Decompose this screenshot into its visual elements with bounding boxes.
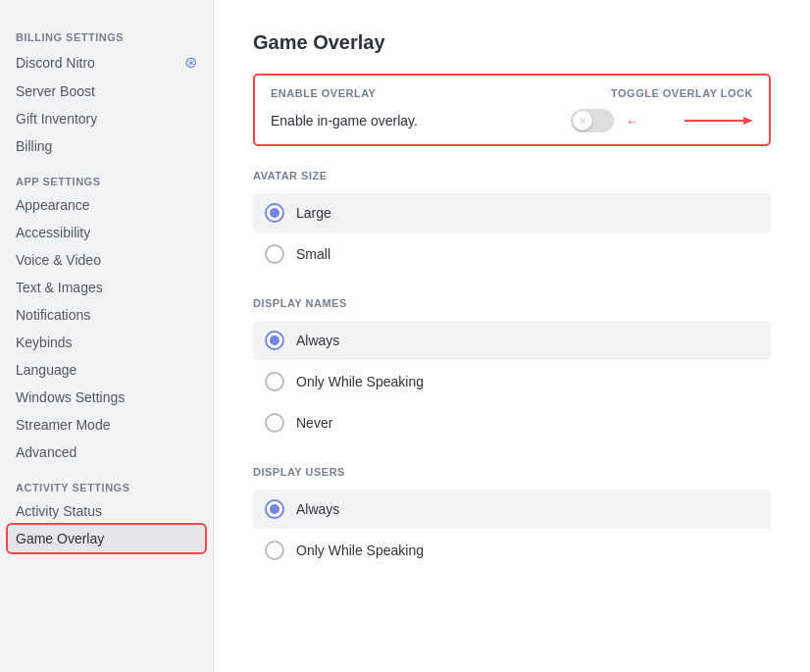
advanced-label: Advanced (16, 444, 76, 460)
server-boost-label: Server Boost (16, 83, 95, 99)
radio-always-names-circle (265, 331, 284, 350)
radio-never-names[interactable]: Never (253, 403, 771, 442)
arrow-svg (684, 115, 753, 127)
overlay-box-header: ENABLE OVERLAY TOGGLE OVERLAY LOCK (271, 87, 753, 99)
radio-always-users-circle (265, 499, 284, 519)
sidebar-item-appearance[interactable]: Appearance (8, 191, 205, 219)
sidebar: BILLING SETTINGS Discord Nitro ⊛ Server … (0, 0, 214, 672)
billing-section-label: BILLING SETTINGS (8, 24, 205, 47)
sidebar-item-notifications[interactable]: Notifications (8, 301, 205, 329)
radio-only-speaking-users-circle (265, 541, 284, 560)
game-overlay-label: Game Overlay (16, 531, 104, 546)
display-users-label: DISPLAY USERS (253, 466, 771, 478)
sidebar-item-accessibility[interactable]: Accessibility (8, 219, 205, 246)
radio-large[interactable]: Large (253, 193, 771, 233)
voice-video-label: Voice & Video (16, 252, 101, 268)
discord-nitro-label: Discord Nitro (16, 55, 95, 71)
sidebar-item-keybinds[interactable]: Keybinds (8, 329, 205, 356)
keybinds-label: Keybinds (16, 335, 73, 350)
gift-inventory-label: Gift Inventory (16, 111, 97, 127)
enable-overlay-box: ENABLE OVERLAY TOGGLE OVERLAY LOCK Enabl… (253, 74, 771, 146)
radio-small-circle (265, 244, 284, 264)
notifications-label: Notifications (16, 307, 90, 323)
sidebar-item-gift-inventory[interactable]: Gift Inventory (8, 105, 205, 132)
radio-only-speaking-names[interactable]: Only While Speaking (253, 362, 771, 401)
nitro-icon: ⊛ (184, 53, 197, 72)
radio-large-circle (265, 203, 284, 223)
radio-always-names[interactable]: Always (253, 321, 771, 360)
toggle-container: ✕ ← (571, 109, 753, 132)
radio-only-speaking-users[interactable]: Only While Speaking (253, 531, 771, 570)
sidebar-item-game-overlay[interactable]: Game Overlay (8, 525, 205, 552)
activity-status-label: Activity Status (16, 503, 102, 519)
language-label: Language (16, 362, 76, 378)
page-title: Game Overlay (253, 31, 771, 54)
radio-never-names-label: Never (296, 415, 332, 431)
avatar-size-group: AVATAR SIZE Large Small (253, 170, 771, 274)
x-icon: ✕ (579, 116, 586, 127)
svg-marker-1 (743, 117, 753, 125)
app-section-label: APP SETTINGS (8, 168, 205, 191)
radio-only-speaking-users-label: Only While Speaking (296, 543, 424, 558)
sidebar-item-activity-status[interactable]: Activity Status (8, 497, 205, 525)
sidebar-item-billing[interactable]: Billing (8, 132, 205, 160)
radio-never-names-circle (265, 413, 284, 433)
sidebar-item-language[interactable]: Language (8, 356, 205, 384)
radio-small[interactable]: Small (253, 234, 771, 274)
toggle-knob: ✕ (573, 111, 592, 130)
text-images-label: Text & Images (16, 280, 103, 295)
enable-overlay-toggle[interactable]: ✕ (571, 109, 614, 132)
radio-small-label: Small (296, 246, 330, 262)
appearance-label: Appearance (16, 197, 90, 213)
radio-only-speaking-names-circle (265, 372, 284, 391)
sidebar-item-voice-video[interactable]: Voice & Video (8, 246, 205, 274)
sidebar-item-advanced[interactable]: Advanced (8, 439, 205, 466)
enable-overlay-label: ENABLE OVERLAY (271, 87, 376, 99)
toggle-overlay-lock-label: TOGGLE OVERLAY LOCK (611, 87, 753, 99)
display-names-label: DISPLAY NAMES (253, 297, 771, 309)
streamer-mode-label: Streamer Mode (16, 417, 110, 433)
radio-large-label: Large (296, 205, 331, 221)
display-users-group: DISPLAY USERS Always Only While Speaking (253, 466, 771, 570)
radio-only-speaking-names-label: Only While Speaking (296, 374, 424, 389)
sidebar-item-windows-settings[interactable]: Windows Settings (8, 384, 205, 411)
accessibility-label: Accessibility (16, 225, 90, 240)
activity-section-label: ACTIVITY SETTINGS (8, 474, 205, 497)
windows-settings-label: Windows Settings (16, 389, 125, 405)
overlay-box-row: Enable in-game overlay. ✕ ← (271, 109, 753, 132)
arrow-indicator: ← (626, 114, 753, 129)
display-names-group: DISPLAY NAMES Always Only While Speaking… (253, 297, 771, 442)
avatar-size-label: AVATAR SIZE (253, 170, 771, 181)
radio-always-users[interactable]: Always (253, 490, 771, 529)
sidebar-item-server-boost[interactable]: Server Boost (8, 78, 205, 105)
radio-always-users-label: Always (296, 501, 339, 517)
billing-label: Billing (16, 138, 52, 154)
main-content: Game Overlay ENABLE OVERLAY TOGGLE OVERL… (214, 0, 810, 672)
enable-overlay-text: Enable in-game overlay. (271, 113, 418, 129)
radio-always-names-label: Always (296, 333, 339, 348)
sidebar-item-text-images[interactable]: Text & Images (8, 274, 205, 301)
sidebar-item-streamer-mode[interactable]: Streamer Mode (8, 411, 205, 439)
sidebar-item-discord-nitro[interactable]: Discord Nitro ⊛ (8, 47, 205, 78)
